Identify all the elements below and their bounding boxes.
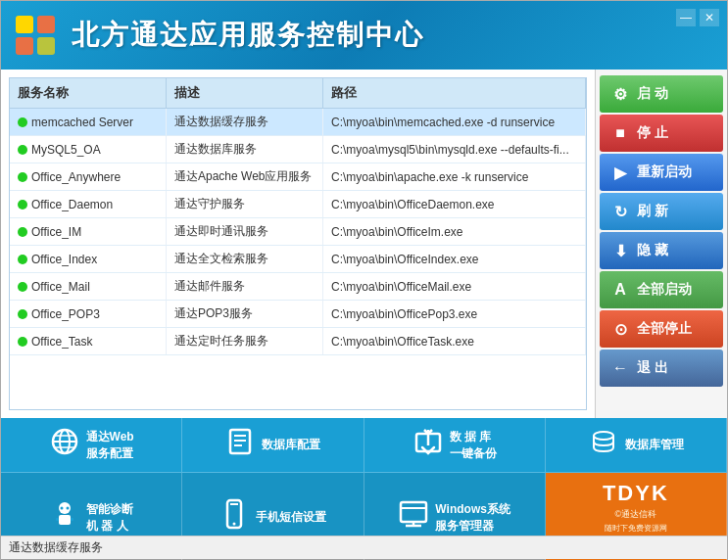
- stop-all-button[interactable]: ⊙ 全部停止: [600, 310, 723, 348]
- table-row[interactable]: memcached Server 通达数据缓存服务 C:\myoa\bin\me…: [10, 109, 586, 136]
- table-row[interactable]: Office_IM 通达即时通讯服务 C:\myoa\bin\OfficeIm.…: [10, 218, 586, 246]
- status-text: 通达数据缓存服务: [9, 539, 103, 556]
- svg-point-17: [61, 507, 64, 510]
- tile-db-backup[interactable]: 数 据 库一键备份: [364, 418, 546, 473]
- cell-path: C:\myoa\bin\apache.exe -k runservice: [323, 163, 586, 190]
- cell-desc: 通达守护服务: [167, 191, 323, 217]
- app-logo: [11, 11, 60, 60]
- table-body[interactable]: memcached Server 通达数据缓存服务 C:\myoa\bin\me…: [10, 109, 586, 355]
- cell-name: Office_POP3: [10, 301, 167, 327]
- status-dot: [18, 200, 27, 210]
- cell-name: Office_IM: [10, 218, 167, 245]
- restart-button[interactable]: ▶ 重新启动: [600, 154, 723, 191]
- cell-path: C:\myoa\bin\OfficeMail.exe: [323, 273, 586, 300]
- brand-name: TDYK: [603, 481, 669, 506]
- cell-desc: 通达Apache Web应用服务: [167, 163, 323, 190]
- tile-label-db-config: 数据库配置: [262, 437, 320, 453]
- main-window: 北方通达应用服务控制中心 — ✕ 服务名称 描述 路径 memcached Se…: [0, 0, 728, 560]
- status-dot: [18, 337, 27, 347]
- refresh-icon: ↻: [609, 201, 631, 222]
- startall-icon: A: [609, 279, 631, 301]
- tile-icon-ai-diag: [49, 498, 80, 537]
- cell-path: C:\myoa\bin\memcached.exe -d runservice: [323, 109, 586, 135]
- hide-icon: ⬇: [609, 240, 631, 261]
- cell-desc: 通达即时通讯服务: [167, 218, 323, 245]
- refresh-button[interactable]: ↻ 刷 新: [600, 193, 723, 230]
- status-dot: [18, 145, 27, 155]
- svg-rect-2: [16, 37, 33, 55]
- svg-point-18: [67, 507, 70, 510]
- col-desc: 描述: [167, 78, 323, 108]
- status-bar: 通达数据缓存服务: [1, 536, 727, 559]
- tile-icon-sms-config: [218, 498, 250, 537]
- tile-web-config[interactable]: 通达Web服务配置: [1, 418, 182, 473]
- table-row[interactable]: Office_Mail 通达邮件服务 C:\myoa\bin\OfficeMai…: [10, 273, 586, 301]
- restart-icon: ▶: [609, 162, 631, 183]
- minimize-button[interactable]: —: [676, 9, 696, 26]
- brand-url: 随时下免费资源网: [605, 523, 667, 534]
- cell-name: Office_Daemon: [10, 191, 167, 217]
- table-area: 服务名称 描述 路径 memcached Server 通达数据缓存服务 C:\…: [1, 70, 595, 418]
- col-name: 服务名称: [10, 78, 167, 108]
- svg-point-14: [594, 432, 613, 440]
- status-dot: [18, 117, 27, 127]
- cell-desc: 通达数据库服务: [167, 136, 323, 163]
- stop-icon: ■: [609, 122, 631, 144]
- start-all-button[interactable]: A 全部启动: [600, 271, 723, 308]
- hide-button[interactable]: ⬇ 隐 藏: [600, 232, 723, 269]
- cell-desc: 通达邮件服务: [167, 273, 323, 300]
- tile-label-ai-diag: 智能诊断机 器 人: [86, 501, 133, 535]
- svg-rect-19: [56, 518, 59, 521]
- table-header: 服务名称 描述 路径: [10, 78, 586, 109]
- close-button[interactable]: ✕: [700, 9, 719, 26]
- exit-icon: ←: [609, 357, 631, 379]
- stop-button[interactable]: ■ 停 止: [600, 115, 723, 152]
- tile-icon-win-service: [398, 498, 429, 537]
- svg-rect-1: [37, 16, 55, 33]
- table-row[interactable]: Office_Task 通达定时任务服务 C:\myoa\bin\OfficeT…: [10, 328, 586, 355]
- svg-rect-0: [16, 16, 33, 33]
- cell-desc: 通达POP3服务: [167, 301, 323, 327]
- tile-label-web-config: 通达Web服务配置: [86, 429, 134, 462]
- table-row[interactable]: Office_Index 通达全文检索服务 C:\myoa\bin\Office…: [10, 246, 586, 273]
- exit-button[interactable]: ← 退 出: [600, 350, 723, 387]
- tile-label-sms-config: 手机短信设置: [256, 509, 326, 526]
- app-title: 北方通达应用服务控制中心: [72, 17, 424, 54]
- table-row[interactable]: Office_Anywhere 通达Apache Web应用服务 C:\myoa…: [10, 163, 586, 191]
- cell-desc: 通达全文检索服务: [167, 246, 323, 272]
- start-icon: ⚙: [609, 83, 631, 105]
- status-dot: [18, 255, 27, 264]
- svg-rect-3: [37, 37, 55, 55]
- tile-label-db-backup: 数 据 库一键备份: [450, 429, 497, 462]
- title-bar: 北方通达应用服务控制中心 — ✕: [1, 1, 727, 70]
- cell-name: Office_Mail: [10, 273, 167, 300]
- cell-name: memcached Server: [10, 109, 167, 135]
- tile-icon-db-config: [224, 426, 256, 464]
- table-row[interactable]: Office_Daemon 通达守护服务 C:\myoa\bin\OfficeD…: [10, 191, 586, 218]
- svg-rect-20: [71, 518, 73, 521]
- table-row[interactable]: Office_POP3 通达POP3服务 C:\myoa\bin\OfficeP…: [10, 301, 586, 328]
- cell-name: MySQL5_OA: [10, 136, 167, 163]
- svg-point-22: [233, 523, 236, 526]
- cell-path: C:\myoa\bin\OfficeTask.exe: [323, 328, 586, 354]
- window-controls: — ✕: [676, 9, 719, 26]
- brand-subtitle: ©通达信科: [615, 508, 657, 521]
- tile-label-db-manage: 数据库管理: [625, 437, 684, 453]
- cell-path: C:\myoa\bin\OfficeIm.exe: [323, 218, 586, 245]
- status-dot: [18, 227, 27, 237]
- tile-icon-db-manage: [588, 426, 619, 464]
- table-row[interactable]: MySQL5_OA 通达数据库服务 C:\myoa\mysql5\bin\mys…: [10, 136, 586, 163]
- tile-icon-web-config: [49, 426, 80, 464]
- cell-desc: 通达数据缓存服务: [167, 109, 323, 135]
- cell-name: Office_Task: [10, 328, 167, 354]
- main-area: 服务名称 描述 路径 memcached Server 通达数据缓存服务 C:\…: [1, 70, 727, 418]
- status-dot: [18, 282, 27, 292]
- tile-db-manage[interactable]: 数据库管理: [546, 418, 727, 473]
- svg-rect-16: [59, 515, 71, 525]
- tile-db-config[interactable]: 数据库配置: [182, 418, 364, 473]
- cell-path: C:\myoa\mysql5\bin\mysqld.exe --defaults…: [323, 136, 586, 163]
- start-button[interactable]: ⚙ 启 动: [600, 75, 723, 113]
- stopall-icon: ⊙: [609, 318, 631, 340]
- bottom-section: 通达Web服务配置 数据库配置 数 据 库一键备份 数据库管理 智能诊断机 器 …: [1, 418, 727, 536]
- col-path: 路径: [323, 78, 586, 108]
